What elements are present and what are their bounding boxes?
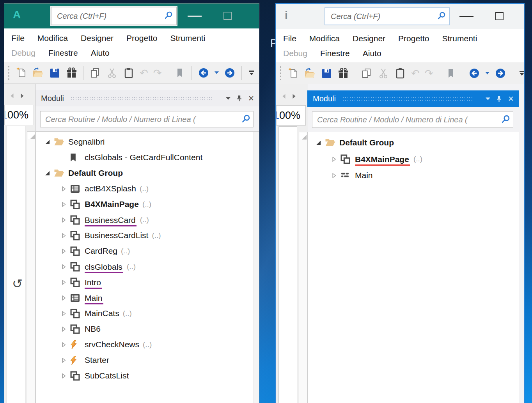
new-file-icon[interactable] — [287, 67, 299, 79]
menu-aiuto[interactable]: Aiuto — [91, 48, 110, 58]
tree-item-b4xmainpage[interactable]: B4XMainPage(..) — [36, 196, 259, 212]
zoom-level-box[interactable]: 100% — [276, 105, 306, 125]
navigate-back-icon[interactable] — [198, 67, 209, 79]
scroll-right-icon[interactable] — [20, 93, 25, 100]
tree-item-businesscardlist[interactable]: BusinessCardList(..) — [36, 228, 259, 243]
titlebar[interactable]: i — [276, 4, 524, 29]
navigate-forward-icon[interactable] — [224, 67, 236, 79]
collapsed-expander-icon[interactable] — [61, 327, 67, 332]
navigate-forward-icon[interactable] — [495, 67, 506, 79]
expanded-expander-icon[interactable] — [316, 141, 321, 145]
tree-item-cardreg[interactable]: CardReg(..) — [36, 243, 259, 259]
menu-strumenti[interactable]: Strumenti — [442, 34, 477, 43]
menu-progetto[interactable]: Progetto — [398, 34, 429, 43]
tree-item-segnalibri[interactable]: Segnalibri — [36, 134, 259, 150]
menu-finestre[interactable]: Finestre — [48, 48, 78, 58]
tree-item-main[interactable]: Main — [308, 167, 519, 184]
panel-drag-handle[interactable] — [70, 96, 214, 101]
window-position-icon[interactable] — [226, 97, 231, 100]
collapsed-expander-icon[interactable] — [61, 202, 67, 207]
search-icon[interactable] — [438, 12, 445, 21]
minimize-button[interactable] — [188, 16, 202, 17]
expanded-expander-icon[interactable] — [44, 140, 50, 144]
titlebar-search-input[interactable] — [57, 12, 165, 21]
window-position-icon[interactable] — [486, 97, 490, 100]
scrollbar-track[interactable] — [299, 132, 307, 403]
menu-modifica[interactable]: Modifica — [309, 34, 340, 43]
tree-item-default-group[interactable]: Default Group — [308, 134, 519, 151]
tree-item-main[interactable]: Main — [36, 290, 259, 306]
collapsed-expander-icon[interactable] — [61, 342, 67, 347]
search-icon[interactable] — [242, 115, 250, 124]
collapsed-expander-icon[interactable] — [61, 311, 67, 316]
tree-item-default-group[interactable]: Default Group — [36, 165, 259, 181]
menu-file[interactable]: File — [11, 34, 25, 43]
collapsed-expander-icon[interactable] — [61, 249, 67, 254]
save-icon[interactable] — [49, 67, 60, 79]
redo-icon[interactable]: ↷ — [425, 68, 433, 78]
titlebar-search[interactable] — [51, 7, 177, 25]
tree-item-clsglobals[interactable]: clsGlobals(..) — [36, 259, 259, 274]
new-file-icon[interactable] — [15, 67, 27, 79]
save-icon[interactable] — [321, 67, 332, 79]
menu-designer[interactable]: Designer — [353, 34, 385, 43]
toolbar-overflow-icon[interactable] — [248, 71, 254, 75]
paste-icon[interactable] — [394, 67, 406, 79]
copy-icon[interactable] — [89, 67, 101, 79]
panel-drag-handle[interactable] — [342, 97, 474, 102]
scrollbar-track[interactable] — [27, 131, 35, 403]
splitter-corner-icon[interactable] — [300, 133, 307, 140]
navigate-back-dropdown-icon[interactable] — [485, 72, 489, 74]
paste-icon[interactable] — [123, 67, 135, 79]
tree-item-actb4xsplash[interactable]: actB4XSplash(..) — [36, 181, 259, 196]
tree-item-nb6[interactable]: NB6 — [36, 321, 259, 337]
tree-item-srvchecknews[interactable]: srvCheckNews(..) — [36, 337, 259, 352]
pin-icon[interactable] — [237, 95, 242, 102]
menu-file[interactable]: File — [283, 34, 296, 43]
navigate-back-icon[interactable] — [468, 67, 480, 79]
undo-icon[interactable]: ↶ — [411, 68, 420, 78]
tree-item-b4xmainpage[interactable]: B4XMainPage(..) — [308, 151, 519, 167]
tree-item-intro[interactable]: Intro — [36, 274, 259, 290]
libraries-icon[interactable] — [66, 67, 77, 79]
titlebar[interactable]: A — [4, 4, 259, 28]
collapsed-expander-icon[interactable] — [61, 233, 67, 238]
tree-item-maincats[interactable]: MainCats(..) — [36, 306, 259, 321]
scroll-left-icon[interactable] — [10, 93, 14, 100]
panel-header[interactable]: Moduli ✕ — [307, 90, 519, 107]
menu-aiuto[interactable]: Aiuto — [363, 49, 381, 58]
copy-icon[interactable] — [361, 67, 372, 79]
tree-scrollbar[interactable] — [254, 132, 259, 403]
redo-icon[interactable]: ↷ — [153, 68, 162, 78]
titlebar-search[interactable] — [325, 7, 450, 25]
open-project-icon[interactable] — [304, 67, 316, 79]
scroll-left-icon[interactable] — [282, 94, 286, 101]
module-search-input[interactable] — [317, 115, 502, 124]
open-project-icon[interactable] — [32, 67, 44, 79]
maximize-button[interactable] — [495, 12, 504, 20]
collapsed-expander-icon[interactable] — [61, 280, 67, 285]
cut-icon[interactable] — [106, 67, 118, 79]
collapsed-expander-icon[interactable] — [61, 264, 67, 269]
bookmark-icon[interactable] — [174, 67, 186, 79]
collapsed-expander-icon[interactable] — [61, 217, 67, 223]
search-icon[interactable] — [165, 11, 172, 21]
maximize-button[interactable] — [223, 12, 232, 20]
module-search-input[interactable] — [45, 115, 242, 124]
menu-strumenti[interactable]: Strumenti — [170, 34, 205, 43]
pin-icon[interactable] — [497, 95, 502, 102]
splitter-corner-icon[interactable] — [28, 132, 35, 139]
menu-modifica[interactable]: Modifica — [37, 34, 68, 43]
tree-item-subcatslist[interactable]: SubCatsList — [36, 368, 259, 384]
menu-debug[interactable]: Debug — [11, 48, 35, 58]
minimize-button[interactable] — [459, 16, 473, 17]
toolbar-overflow-icon[interactable] — [518, 71, 524, 76]
search-icon[interactable] — [502, 115, 510, 125]
refresh-icon[interactable]: ↺ — [12, 276, 23, 291]
undo-icon[interactable]: ↶ — [140, 68, 148, 78]
zoom-level-box[interactable]: 100% — [4, 105, 34, 125]
module-search-box[interactable] — [40, 111, 254, 127]
tree-item-businesscard[interactable]: BusinessCard(..) — [36, 212, 259, 228]
close-icon[interactable]: ✕ — [248, 95, 254, 102]
menu-progetto[interactable]: Progetto — [126, 34, 157, 43]
